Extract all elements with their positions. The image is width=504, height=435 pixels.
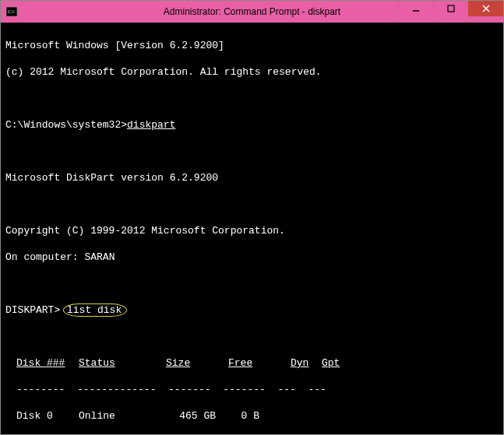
close-button[interactable] — [468, 1, 503, 16]
window: C:\ Administrator: Command Prompt - disk… — [0, 0, 504, 435]
window-controls — [398, 1, 503, 23]
diskpart-copyright: Copyright (C) 1999-2012 Microsoft Corpor… — [5, 224, 499, 237]
cmd-list-disk: list disk — [63, 303, 127, 317]
disk-table-divider: -------- ------------- ------- ------- -… — [5, 383, 499, 396]
prompt-line: C:\Windows\system32>diskpart — [5, 118, 499, 132]
minimize-button[interactable] — [398, 1, 433, 16]
dp-prompt-list-disk: DISKPART> list disk — [5, 303, 499, 317]
svg-rect-3 — [448, 5, 454, 12]
os-copyright: (c) 2012 Microsoft Corporation. All righ… — [5, 65, 499, 79]
diskpart-version: Microsoft DiskPart version 6.2.9200 — [5, 171, 499, 184]
os-version: Microsoft Windows [Version 6.2.9200] — [5, 39, 499, 52]
shell-prompt: C:\Windows\system32> — [5, 119, 127, 131]
computer-label: On computer: — [5, 251, 84, 263]
window-title: Administrator: Command Prompt - diskpart — [164, 6, 340, 17]
maximize-button[interactable] — [433, 1, 468, 16]
computer-name: SARAN — [84, 251, 115, 263]
computer-line: On computer: SARAN — [5, 251, 499, 264]
table-row: Disk 0Online465 GB0 B — [5, 409, 499, 423]
disk-table-header: Disk ###StatusSizeFreeDynGpt — [5, 356, 499, 370]
titlebar[interactable]: C:\ Administrator: Command Prompt - disk… — [1, 1, 503, 23]
terminal-output[interactable]: Microsoft Windows [Version 6.2.9200] (c)… — [1, 23, 503, 434]
svg-text:C:\: C:\ — [8, 9, 15, 15]
cmd-diskpart: diskpart — [127, 119, 175, 131]
cmd-icon: C:\ — [5, 5, 18, 18]
